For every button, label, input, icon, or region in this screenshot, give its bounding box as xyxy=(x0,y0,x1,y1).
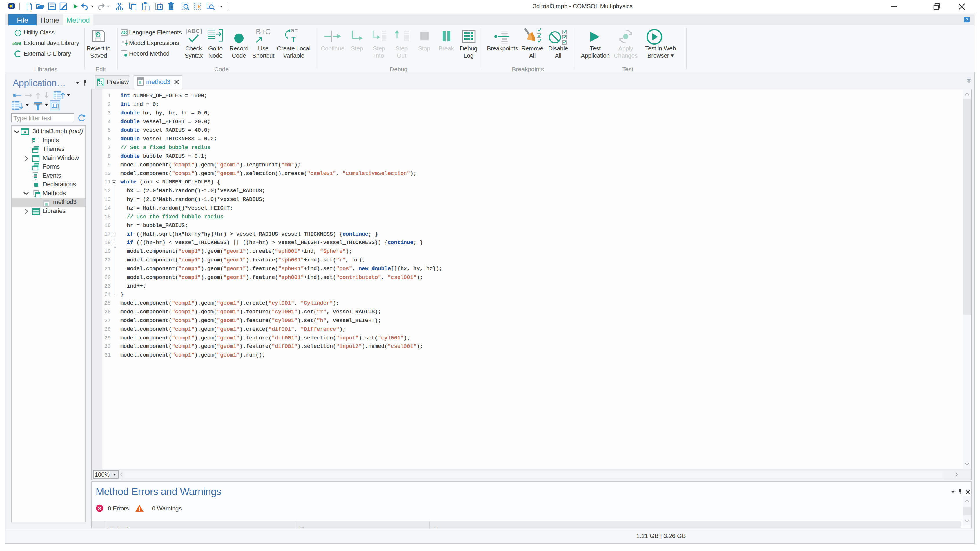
svg-text:T: T xyxy=(291,35,296,43)
svg-text:ABC: ABC xyxy=(121,31,127,34)
svg-text:A: A xyxy=(24,130,26,135)
svg-text:?: ? xyxy=(17,31,19,35)
